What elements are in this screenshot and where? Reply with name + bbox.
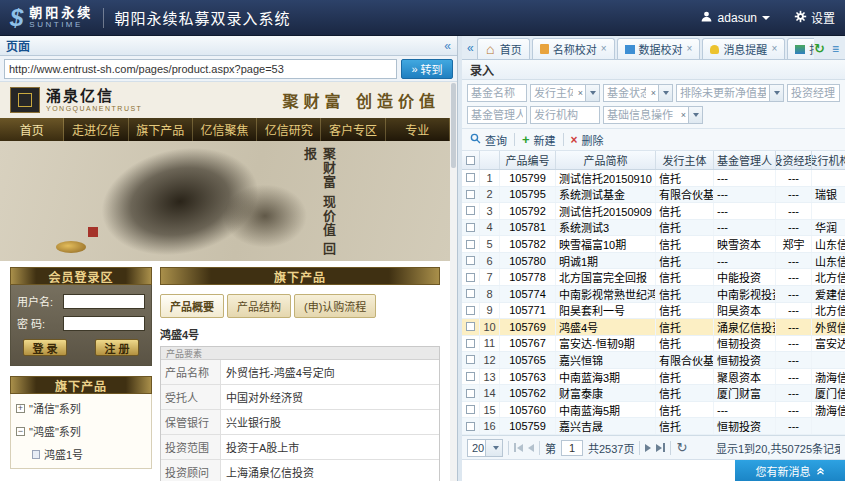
issuer-input[interactable] (531, 85, 576, 101)
product-tab[interactable]: (申)认购流程 (294, 294, 376, 318)
chevron-down-icon[interactable] (688, 107, 702, 123)
table-row[interactable]: 6105780明诚1期信托------山东信托 (462, 253, 845, 270)
create-button[interactable]: + 新建 (522, 132, 556, 148)
row-checkbox[interactable] (466, 173, 475, 182)
table-row[interactable]: 1105799测试信托20150910信托------ (462, 170, 845, 187)
select-all-checkbox[interactable] (466, 156, 475, 165)
site-nav-item[interactable]: 亿信研究 (257, 118, 321, 141)
close-icon[interactable]: × (771, 44, 777, 54)
prev-page-button[interactable] (528, 444, 534, 452)
row-checkbox[interactable] (466, 322, 475, 331)
row-checkbox[interactable] (466, 306, 475, 315)
exclude-filter-combo[interactable] (676, 84, 784, 102)
table-row[interactable]: 11105767富安达-恒韧9期信托恒韧投资---富安达 (462, 336, 845, 353)
table-row[interactable]: 13105763中南蓝海3期信托聚恩资本---渤海信托 (462, 369, 845, 386)
status-combo[interactable]: × (603, 84, 673, 102)
site-nav-item[interactable]: 亿信聚焦 (193, 118, 257, 141)
go-button[interactable]: » 转到 (401, 59, 453, 79)
row-checkbox[interactable] (466, 339, 475, 348)
search-button[interactable]: 查询 (470, 132, 507, 148)
chevron-down-icon[interactable] (485, 440, 503, 456)
chevron-down-icon[interactable] (769, 85, 783, 101)
username-input[interactable] (63, 294, 145, 309)
site-nav-item[interactable]: 走进亿信 (64, 118, 128, 141)
table-row[interactable]: 2105795系统测试基金有限合伙基金------瑞银 (462, 187, 845, 204)
chevron-down-icon[interactable] (585, 85, 599, 101)
row-checkbox[interactable] (466, 289, 475, 298)
row-checkbox[interactable] (466, 273, 475, 282)
site-nav-item[interactable]: 旗下产品 (129, 118, 193, 141)
table-row[interactable]: 12105765嘉兴恒锦有限合伙基金恒韧投资--- (462, 352, 845, 369)
clear-icon[interactable]: × (576, 88, 585, 98)
row-checkbox[interactable] (466, 206, 475, 215)
tree-item[interactable]: 鸿盛1号 (32, 446, 146, 462)
base-info-combo[interactable]: × (603, 106, 703, 124)
issue-org-field[interactable] (530, 106, 600, 124)
tree-item[interactable]: +"涌信"系列 (16, 400, 146, 416)
exclude-filter-input[interactable] (677, 85, 769, 101)
row-checkbox[interactable] (466, 355, 475, 364)
site-logo[interactable]: 涌泉亿信 YONGQUANENTRUST (46, 88, 142, 112)
issuer-combo[interactable]: × (530, 84, 600, 102)
scrollbar[interactable] (450, 82, 457, 481)
tab-scroll-left-icon[interactable]: « (464, 41, 477, 59)
tab[interactable]: 扣分绩效统计× (787, 38, 814, 59)
table-row[interactable]: 7105778北方国富完全回报信托中能投资---北方信托 (462, 269, 845, 286)
row-checkbox[interactable] (466, 256, 475, 265)
settings-button[interactable]: 设置 (794, 9, 835, 26)
collapse-icon[interactable]: − (16, 427, 25, 436)
row-checkbox[interactable] (466, 240, 475, 249)
url-input[interactable] (4, 59, 397, 79)
tab[interactable]: 消息提醒× (702, 38, 785, 59)
last-page-button[interactable] (656, 443, 665, 452)
fund-name-field[interactable] (467, 84, 527, 102)
refresh-tabs-icon[interactable]: ↻ (814, 42, 825, 55)
product-tab[interactable]: 产品概要 (160, 294, 224, 318)
tab[interactable]: 名称校对× (532, 38, 615, 59)
row-checkbox[interactable] (466, 422, 475, 431)
table-row[interactable]: 3105792测试信托20150909信托------ (462, 203, 845, 220)
tab-menu-icon[interactable]: ≡ (832, 43, 839, 55)
scrollbar-thumb[interactable] (451, 83, 456, 168)
clear-icon[interactable]: × (679, 110, 688, 120)
row-checkbox[interactable] (466, 372, 475, 381)
row-checkbox[interactable] (466, 190, 475, 199)
table-row[interactable]: 8105774中南影视常熟世纪鸿城信托中南影视投资---爱建信托 (462, 286, 845, 303)
site-nav-item[interactable]: 客户专区 (321, 118, 385, 141)
tree-item[interactable]: −"鸿盛"系列 (16, 423, 146, 439)
delete-button[interactable]: × 删除 (571, 132, 604, 148)
page-size-select[interactable]: 20 (467, 439, 503, 457)
product-tab[interactable]: 产品结构 (227, 294, 291, 318)
status-input[interactable] (604, 85, 649, 101)
table-row[interactable]: 4105781系统测试3信托------华润 (462, 220, 845, 237)
row-checkbox[interactable] (466, 223, 475, 232)
close-icon[interactable]: × (687, 44, 693, 54)
collapse-panel-icon[interactable]: « (444, 39, 451, 53)
base-info-input[interactable] (604, 107, 679, 123)
next-page-button[interactable] (645, 444, 651, 452)
fund-manager-input[interactable] (468, 107, 526, 123)
user-menu[interactable]: adasun (700, 10, 770, 26)
row-checkbox[interactable] (466, 405, 475, 414)
table-row[interactable]: 16105759嘉兴吉晟信托恒韧投资--- (462, 418, 845, 435)
table-row[interactable]: 9105771阳昊套利一号信托阳昊资本---北方信托 (462, 303, 845, 320)
site-nav-item[interactable]: 首页 (0, 118, 64, 141)
first-page-button[interactable] (514, 443, 523, 452)
clear-icon[interactable]: × (649, 88, 658, 98)
table-row[interactable]: 10105769鸿盛4号信托涌泉亿信投资---外贸信托 (462, 319, 845, 336)
inv-manager-field[interactable] (787, 84, 840, 102)
site-nav-item[interactable]: 专业 (386, 118, 450, 141)
issue-org-input[interactable] (531, 107, 599, 123)
login-button[interactable]: 登 录 (23, 339, 67, 356)
page-number-input[interactable] (561, 440, 583, 456)
table-row[interactable]: 15105760中南蓝海5期信托------渤海信托 (462, 402, 845, 419)
row-checkbox[interactable] (466, 389, 475, 398)
close-icon[interactable]: × (601, 44, 607, 54)
register-button[interactable]: 注 册 (95, 339, 139, 356)
new-message-button[interactable]: 您有新消息 (735, 460, 845, 481)
inv-manager-input[interactable] (788, 85, 839, 101)
table-row[interactable]: 5105782映雪福富10期信托映雪资本郑宇山东信托 (462, 236, 845, 253)
table-row[interactable]: 14105762财富泰康信托厦门财富---厦门信托 (462, 385, 845, 402)
tab[interactable]: 数据校对× (617, 38, 701, 59)
fund-name-input[interactable] (468, 85, 526, 101)
